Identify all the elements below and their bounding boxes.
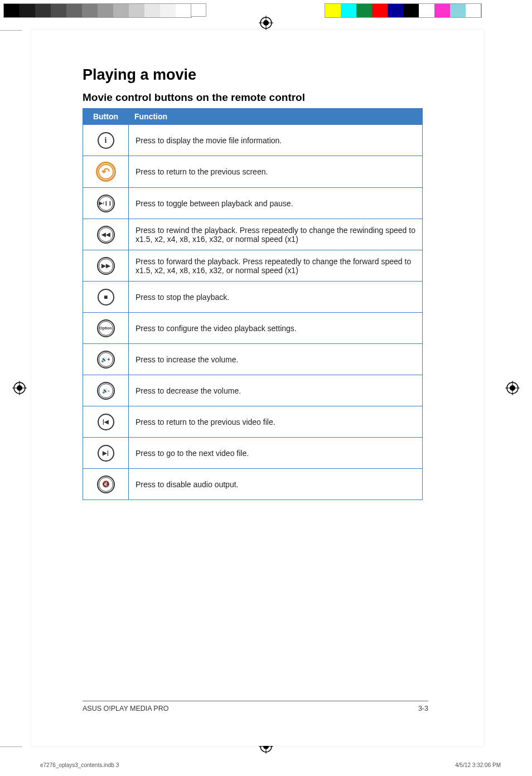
page-frame: Playing a movie Movie control buttons on… bbox=[31, 30, 484, 746]
crop-mark bbox=[0, 30, 22, 31]
slug-datetime: 4/5/12 3:32:06 PM bbox=[455, 762, 501, 768]
back-icon: ↶ bbox=[96, 162, 116, 182]
table-row: Option Press to configure the video play… bbox=[83, 313, 423, 344]
function-desc: Press to go to the next video file. bbox=[129, 438, 423, 469]
function-desc: Press to display the movie file informat… bbox=[129, 125, 423, 156]
table-row: 🔇 Press to disable audio output. bbox=[83, 469, 423, 500]
function-desc: Press to return to the previous video fi… bbox=[129, 406, 423, 438]
function-desc: Press to disable audio output. bbox=[129, 469, 423, 500]
page-footer: ASUS O!PLAY MEDIA PRO 3-3 bbox=[83, 701, 428, 712]
option-icon: Option bbox=[97, 319, 115, 337]
slug-filename: e7276_oplays3_contents.indb 3 bbox=[40, 762, 119, 768]
table-row: ◀◀ Press to rewind the playback. Press r… bbox=[83, 219, 423, 250]
stop-icon: ■ bbox=[98, 289, 114, 305]
function-desc: Press to decrease the volume. bbox=[129, 375, 423, 406]
rewind-icon: ◀◀ bbox=[97, 226, 115, 244]
col-header-function: Function bbox=[129, 109, 423, 125]
footer-product: ASUS O!PLAY MEDIA PRO bbox=[83, 705, 168, 712]
table-row: ■ Press to stop the playback. bbox=[83, 282, 423, 313]
next-track-icon: ▶| bbox=[98, 445, 114, 462]
table-row: |◀ Press to return to the previous video… bbox=[83, 406, 423, 438]
mute-icon: 🔇 bbox=[97, 476, 115, 493]
function-desc: Press to forward the playback. Press rep… bbox=[129, 250, 423, 282]
volume-down-icon: 🔊- bbox=[97, 382, 115, 400]
function-desc: Press to rewind the playback. Press repe… bbox=[129, 219, 423, 250]
footer-page-number: 3-3 bbox=[418, 705, 428, 712]
table-row: ▶| Press to go to the next video file. bbox=[83, 438, 423, 469]
info-icon: i bbox=[98, 132, 114, 149]
volume-up-icon: 🔊+ bbox=[97, 351, 115, 368]
function-desc: Press to increase the volume. bbox=[129, 344, 423, 375]
page-title: Playing a movie bbox=[83, 66, 428, 84]
empty-patch bbox=[191, 3, 206, 17]
prev-track-icon: |◀ bbox=[98, 414, 114, 430]
color-patches bbox=[325, 3, 482, 18]
forward-icon: ▶▶ bbox=[97, 257, 115, 275]
grayscale-patches bbox=[3, 3, 192, 18]
section-title: Movie control buttons on the remote cont… bbox=[83, 91, 428, 104]
registration-mark-icon bbox=[12, 381, 27, 395]
function-desc: Press to stop the playback. bbox=[129, 282, 423, 313]
page-content: Playing a movie Movie control buttons on… bbox=[83, 66, 428, 500]
table-row: 🔊+ Press to increase the volume. bbox=[83, 344, 423, 375]
table-row: ▶▶ Press to forward the playback. Press … bbox=[83, 250, 423, 282]
function-desc: Press to configure the video playback se… bbox=[129, 313, 423, 344]
function-desc: Press to return to the previous screen. bbox=[129, 156, 423, 188]
col-header-button: Button bbox=[83, 109, 129, 125]
table-row: ▶/❙❙ Press to toggle between playback an… bbox=[83, 188, 423, 219]
registration-mark-icon bbox=[505, 381, 520, 395]
function-desc: Press to toggle between playback and pau… bbox=[129, 188, 423, 219]
table-row: i Press to display the movie file inform… bbox=[83, 125, 423, 156]
registration-mark-icon bbox=[259, 16, 273, 30]
table-row: 🔊- Press to decrease the volume. bbox=[83, 375, 423, 406]
crop-mark bbox=[0, 746, 22, 747]
print-slug: e7276_oplays3_contents.indb 3 4/5/12 3:3… bbox=[40, 762, 501, 768]
remote-buttons-table: Button Function i Press to display the m… bbox=[83, 108, 423, 500]
table-row: ↶ Press to return to the previous screen… bbox=[83, 156, 423, 188]
play-pause-icon: ▶/❙❙ bbox=[97, 195, 115, 212]
